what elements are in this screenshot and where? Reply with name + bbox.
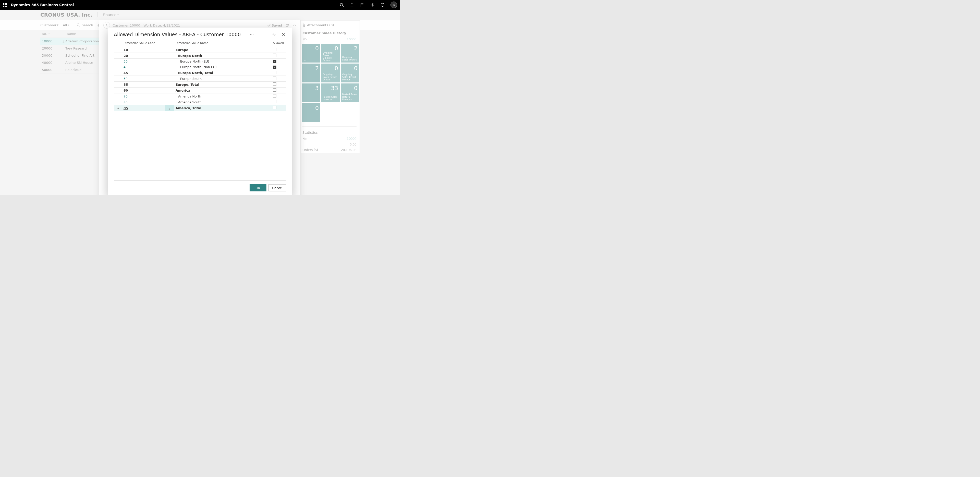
avatar[interactable]: IK <box>390 2 397 8</box>
attachments-tab[interactable]: Attachments (0) <box>302 23 334 27</box>
app-launcher-icon[interactable] <box>3 3 7 7</box>
dimension-code[interactable]: 40 <box>124 65 127 69</box>
popout-icon[interactable] <box>286 24 289 27</box>
customer-row[interactable]: 10000⋮Adatum Corporation <box>40 38 99 45</box>
dimension-code[interactable]: 30 <box>124 59 127 63</box>
cue-tile[interactable]: 0... <box>302 44 320 62</box>
view-filter[interactable]: All ▾ <box>63 23 69 27</box>
dialog-close-icon[interactable] <box>281 32 286 37</box>
cue-tile[interactable]: 0Ongoing Sales Credit Memos <box>341 64 359 83</box>
customer-row[interactable]: 20000Trey Research <box>40 45 99 52</box>
col-header-no[interactable]: No. <box>42 32 47 36</box>
cancel-button[interactable]: Cancel <box>269 184 286 191</box>
dimension-code[interactable]: 50 <box>124 77 127 81</box>
allowed-checkbox[interactable] <box>273 83 277 86</box>
tile-label: ... <box>304 118 319 121</box>
svg-point-0 <box>340 3 343 6</box>
cue-tile[interactable]: 33Posted Sales Invoices <box>321 83 340 102</box>
row-more-icon[interactable]: ⋮ <box>62 39 65 43</box>
customer-row[interactable]: 50000Relecloud <box>40 66 99 73</box>
dimension-code[interactable]: 55 <box>124 83 128 86</box>
allowed-checkbox[interactable] <box>273 48 277 51</box>
dimension-code[interactable]: 80 <box>124 100 127 104</box>
kv-no-label: No. <box>302 38 307 41</box>
search-button[interactable]: Search <box>76 23 93 27</box>
customer-no[interactable]: 20000 <box>40 46 65 50</box>
dimension-row[interactable]: 40Europe North (Non EU)✓ <box>114 64 286 70</box>
allowed-checkbox[interactable] <box>273 88 277 92</box>
dimension-row[interactable]: 80America South <box>114 99 286 105</box>
allowed-checkbox[interactable] <box>273 94 277 97</box>
dimension-row[interactable]: 30Europe North (EU)✓ <box>114 59 286 64</box>
dimension-row[interactable]: 55Europe, Total <box>114 82 286 87</box>
col-header-code[interactable]: Dimension Value Code <box>122 39 165 47</box>
customer-row[interactable]: 40000Alpine Ski House <box>40 59 99 66</box>
tile-count: 0 <box>323 65 338 72</box>
search-icon[interactable] <box>339 3 344 7</box>
customer-no[interactable]: 30000 <box>40 54 65 57</box>
bell-icon[interactable] <box>350 3 354 7</box>
dimension-code[interactable]: 85 <box>124 106 128 110</box>
col-header-name[interactable]: Name <box>66 32 76 36</box>
dimension-name: America <box>176 89 190 92</box>
tile-count: 3 <box>304 85 319 91</box>
cue-tile[interactable]: 0Posted Sales Return Receipts <box>341 83 359 102</box>
allowed-checkbox[interactable]: ✓ <box>273 65 277 69</box>
saved-label: Saved <box>272 24 282 27</box>
col-header-name[interactable]: Dimension Value Name <box>174 39 263 47</box>
allowed-checkbox[interactable] <box>273 100 277 103</box>
separator <box>73 23 73 27</box>
dimension-code[interactable]: 10 <box>124 48 128 52</box>
tile-label: Ongoing Sales Credit Memos <box>342 73 358 81</box>
dimension-row[interactable]: 10Europe <box>114 47 286 53</box>
dialog-maximize-icon[interactable] <box>272 32 277 37</box>
cue-tile[interactable]: 3... <box>302 83 320 102</box>
dimension-name: Europe North (Non EU) <box>176 65 217 69</box>
allowed-checkbox[interactable] <box>273 54 277 57</box>
row-more-icon[interactable]: ⋮ <box>168 106 171 110</box>
customer-name: Alpine Ski House <box>65 61 93 65</box>
customer-name: Trey Research <box>65 46 89 50</box>
flag-icon[interactable] <box>360 3 364 7</box>
dimension-row[interactable]: 60America <box>114 87 286 94</box>
cue-tile[interactable]: 0... <box>302 103 320 122</box>
allowed-checkbox[interactable]: ✓ <box>273 60 277 63</box>
chevron-down-icon: ▾ <box>118 14 119 16</box>
cue-tile[interactable]: 0Ongoing Sales Return Orders <box>321 64 340 83</box>
card-title: Customer 10000 | Work Date: 4/12/2021 <box>113 24 180 27</box>
dimension-code[interactable]: 70 <box>124 94 127 98</box>
tile-count: 0 <box>342 65 358 72</box>
dimension-row[interactable]: 50Europe South <box>114 76 286 82</box>
tile-count: 0 <box>304 45 319 52</box>
allowed-checkbox[interactable] <box>273 71 277 74</box>
allowed-checkbox[interactable] <box>273 106 277 109</box>
customer-no[interactable]: 10000⋮ <box>40 39 65 43</box>
cue-tile[interactable]: 0Ongoing Sales Blanket Orders <box>321 44 340 62</box>
cue-tile[interactable]: 2... <box>302 64 320 83</box>
gear-icon[interactable] <box>370 3 375 7</box>
nav-finance[interactable]: Finance ▾ <box>103 13 119 17</box>
dimension-row[interactable]: 20Europe North <box>114 53 286 59</box>
customer-row[interactable]: 30000School of Fine Art <box>40 52 99 59</box>
row-more-cell: ⋮ <box>165 105 174 111</box>
stat-no-value[interactable]: 10000 <box>347 137 356 141</box>
cue-tile[interactable]: 2Ongoing Sales Orders <box>341 44 359 62</box>
help-icon[interactable] <box>380 3 385 7</box>
dimension-name: Europe North (EU) <box>176 59 209 63</box>
dimension-row[interactable]: 45Europe North, Total <box>114 70 286 76</box>
dialog-more-icon[interactable]: ⋯ <box>249 32 254 37</box>
maximize-icon[interactable] <box>293 24 296 27</box>
dimension-code[interactable]: 20 <box>124 54 128 58</box>
dimension-row[interactable]: 70America North <box>114 94 286 99</box>
allowed-checkbox[interactable] <box>273 76 277 80</box>
dimension-code[interactable]: 45 <box>124 71 128 75</box>
dimension-row[interactable]: →85⋮America, Total <box>114 105 286 111</box>
stat-orders-value: 20,196.08 <box>341 148 356 152</box>
customer-no[interactable]: 50000 <box>40 68 65 72</box>
ok-button[interactable]: OK <box>250 184 266 191</box>
kv-no-value[interactable]: 10000 <box>347 38 356 41</box>
company-name[interactable]: CRONUS USA, Inc. <box>40 12 92 18</box>
dimension-code[interactable]: 60 <box>124 89 128 92</box>
customer-no[interactable]: 40000 <box>40 61 65 65</box>
col-header-allowed[interactable]: Allowed <box>263 39 286 47</box>
